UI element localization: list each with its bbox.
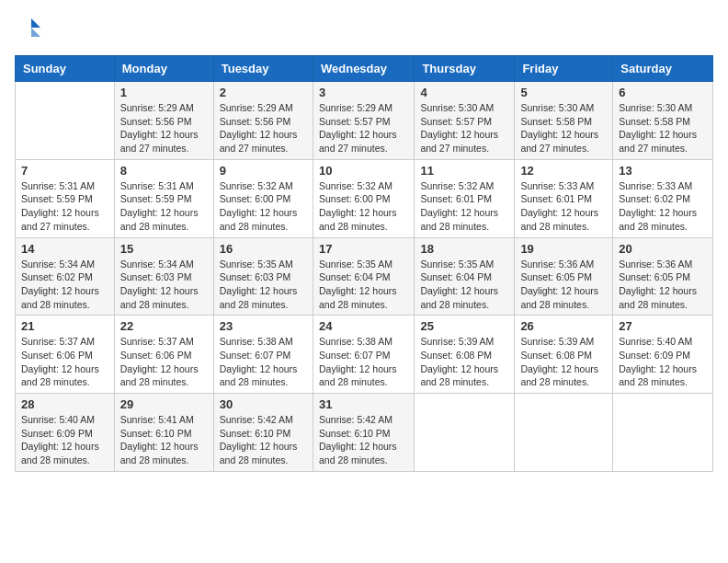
day-number: 26 [520, 319, 607, 333]
calendar-row-3: 21Sunrise: 5:37 AMSunset: 6:06 PMDayligh… [16, 316, 713, 394]
calendar-cell: 18Sunrise: 5:35 AMSunset: 6:04 PMDayligh… [415, 237, 515, 316]
header-wednesday: Wednesday [313, 56, 414, 82]
calendar-cell [515, 394, 613, 472]
day-number: 19 [520, 242, 607, 256]
day-number: 14 [21, 242, 108, 256]
cell-info: Sunrise: 5:32 AMSunset: 6:00 PMDaylight:… [220, 179, 307, 234]
calendar-cell [613, 394, 713, 472]
logo-icon [15, 15, 44, 44]
day-number: 2 [220, 86, 307, 99]
header-thursday: Thursday [415, 56, 515, 82]
day-number: 12 [520, 164, 607, 178]
calendar-cell: 3Sunrise: 5:29 AMSunset: 5:57 PMDaylight… [313, 82, 414, 160]
day-number: 3 [319, 86, 408, 99]
calendar-cell [415, 394, 515, 472]
cell-info: Sunrise: 5:34 AMSunset: 6:02 PMDaylight:… [21, 258, 108, 312]
day-number: 28 [21, 397, 108, 411]
cell-info: Sunrise: 5:29 AMSunset: 5:56 PMDaylight:… [220, 101, 307, 155]
calendar-cell: 25Sunrise: 5:39 AMSunset: 6:08 PMDayligh… [415, 316, 515, 394]
cell-info: Sunrise: 5:34 AMSunset: 6:03 PMDaylight:… [120, 258, 208, 312]
day-number: 25 [420, 319, 508, 333]
calendar-cell [16, 82, 115, 160]
calendar-cell: 1Sunrise: 5:29 AMSunset: 5:56 PMDaylight… [114, 82, 213, 160]
day-number: 16 [220, 242, 307, 256]
cell-info: Sunrise: 5:39 AMSunset: 6:08 PMDaylight:… [420, 335, 508, 389]
calendar-cell: 6Sunrise: 5:30 AMSunset: 5:58 PMDaylight… [613, 82, 713, 160]
calendar-cell: 17Sunrise: 5:35 AMSunset: 6:04 PMDayligh… [313, 237, 414, 316]
day-number: 4 [420, 86, 508, 99]
cell-info: Sunrise: 5:33 AMSunset: 6:01 PMDaylight:… [520, 179, 607, 234]
calendar-cell: 15Sunrise: 5:34 AMSunset: 6:03 PMDayligh… [114, 237, 213, 316]
day-number: 17 [319, 242, 408, 256]
day-number: 30 [220, 397, 307, 411]
header-friday: Friday [515, 56, 613, 82]
header-saturday: Saturday [613, 56, 713, 82]
cell-info: Sunrise: 5:36 AMSunset: 6:05 PMDaylight:… [619, 258, 707, 312]
calendar-row-1: 7Sunrise: 5:31 AMSunset: 5:59 PMDaylight… [16, 159, 713, 237]
cell-info: Sunrise: 5:33 AMSunset: 6:02 PMDaylight:… [619, 179, 707, 234]
calendar-cell: 31Sunrise: 5:42 AMSunset: 6:10 PMDayligh… [313, 394, 414, 472]
calendar-cell: 9Sunrise: 5:32 AMSunset: 6:00 PMDaylight… [213, 159, 313, 237]
calendar-cell: 27Sunrise: 5:40 AMSunset: 6:09 PMDayligh… [613, 316, 713, 394]
calendar-cell: 8Sunrise: 5:31 AMSunset: 5:59 PMDaylight… [114, 159, 213, 237]
calendar-row-4: 28Sunrise: 5:40 AMSunset: 6:09 PMDayligh… [16, 394, 713, 472]
day-number: 18 [420, 242, 508, 256]
cell-info: Sunrise: 5:30 AMSunset: 5:58 PMDaylight:… [619, 101, 707, 155]
calendar-body: 1Sunrise: 5:29 AMSunset: 5:56 PMDaylight… [16, 82, 713, 472]
calendar-cell: 7Sunrise: 5:31 AMSunset: 5:59 PMDaylight… [16, 159, 115, 237]
calendar-cell: 5Sunrise: 5:30 AMSunset: 5:58 PMDaylight… [515, 82, 613, 160]
cell-info: Sunrise: 5:42 AMSunset: 6:10 PMDaylight:… [319, 413, 408, 467]
calendar-cell: 12Sunrise: 5:33 AMSunset: 6:01 PMDayligh… [515, 159, 613, 237]
header-row: SundayMondayTuesdayWednesdayThursdayFrid… [16, 56, 713, 82]
calendar-cell: 4Sunrise: 5:30 AMSunset: 5:57 PMDaylight… [415, 82, 515, 160]
calendar-row-0: 1Sunrise: 5:29 AMSunset: 5:56 PMDaylight… [16, 82, 713, 160]
cell-info: Sunrise: 5:40 AMSunset: 6:09 PMDaylight:… [619, 335, 707, 389]
cell-info: Sunrise: 5:38 AMSunset: 6:07 PMDaylight:… [319, 335, 408, 389]
cell-info: Sunrise: 5:39 AMSunset: 6:08 PMDaylight:… [520, 335, 607, 389]
calendar-cell: 24Sunrise: 5:38 AMSunset: 6:07 PMDayligh… [313, 316, 414, 394]
day-number: 10 [319, 164, 408, 178]
day-number: 22 [120, 319, 208, 333]
day-number: 23 [220, 319, 307, 333]
day-number: 1 [120, 86, 208, 99]
cell-info: Sunrise: 5:38 AMSunset: 6:07 PMDaylight:… [220, 335, 307, 389]
day-number: 27 [619, 319, 707, 333]
header-tuesday: Tuesday [213, 56, 313, 82]
calendar-cell: 22Sunrise: 5:37 AMSunset: 6:06 PMDayligh… [114, 316, 213, 394]
calendar-cell: 26Sunrise: 5:39 AMSunset: 6:08 PMDayligh… [515, 316, 613, 394]
cell-info: Sunrise: 5:36 AMSunset: 6:05 PMDaylight:… [520, 258, 607, 312]
day-number: 29 [120, 397, 208, 411]
cell-info: Sunrise: 5:29 AMSunset: 5:56 PMDaylight:… [120, 101, 208, 155]
day-number: 7 [21, 164, 108, 178]
day-number: 21 [21, 319, 108, 333]
calendar-cell: 14Sunrise: 5:34 AMSunset: 6:02 PMDayligh… [16, 237, 115, 316]
header-sunday: Sunday [16, 56, 115, 82]
day-number: 8 [120, 164, 208, 178]
calendar-cell: 2Sunrise: 5:29 AMSunset: 5:56 PMDaylight… [213, 82, 313, 160]
cell-info: Sunrise: 5:41 AMSunset: 6:10 PMDaylight:… [120, 413, 208, 467]
cell-info: Sunrise: 5:32 AMSunset: 6:01 PMDaylight:… [420, 179, 508, 234]
cell-info: Sunrise: 5:30 AMSunset: 5:57 PMDaylight:… [420, 101, 508, 155]
calendar-cell: 21Sunrise: 5:37 AMSunset: 6:06 PMDayligh… [16, 316, 115, 394]
calendar-cell: 30Sunrise: 5:42 AMSunset: 6:10 PMDayligh… [213, 394, 313, 472]
cell-info: Sunrise: 5:31 AMSunset: 5:59 PMDaylight:… [120, 179, 208, 234]
calendar-cell: 19Sunrise: 5:36 AMSunset: 6:05 PMDayligh… [515, 237, 613, 316]
day-number: 24 [319, 319, 408, 333]
calendar-cell: 29Sunrise: 5:41 AMSunset: 6:10 PMDayligh… [114, 394, 213, 472]
day-number: 6 [619, 86, 707, 99]
svg-rect-0 [15, 15, 44, 44]
calendar-cell: 16Sunrise: 5:35 AMSunset: 6:03 PMDayligh… [213, 237, 313, 316]
cell-info: Sunrise: 5:37 AMSunset: 6:06 PMDaylight:… [21, 335, 108, 389]
cell-info: Sunrise: 5:31 AMSunset: 5:59 PMDaylight:… [21, 179, 108, 234]
cell-info: Sunrise: 5:37 AMSunset: 6:06 PMDaylight:… [120, 335, 208, 389]
day-number: 11 [420, 164, 508, 178]
header-monday: Monday [114, 56, 213, 82]
day-number: 5 [520, 86, 607, 99]
calendar-cell: 10Sunrise: 5:32 AMSunset: 6:00 PMDayligh… [313, 159, 414, 237]
cell-info: Sunrise: 5:35 AMSunset: 6:04 PMDaylight:… [319, 258, 408, 312]
cell-info: Sunrise: 5:29 AMSunset: 5:57 PMDaylight:… [319, 101, 408, 155]
cell-info: Sunrise: 5:42 AMSunset: 6:10 PMDaylight:… [220, 413, 307, 467]
page-header [15, 15, 713, 44]
calendar-header: SundayMondayTuesdayWednesdayThursdayFrid… [16, 56, 713, 82]
day-number: 31 [319, 397, 408, 411]
